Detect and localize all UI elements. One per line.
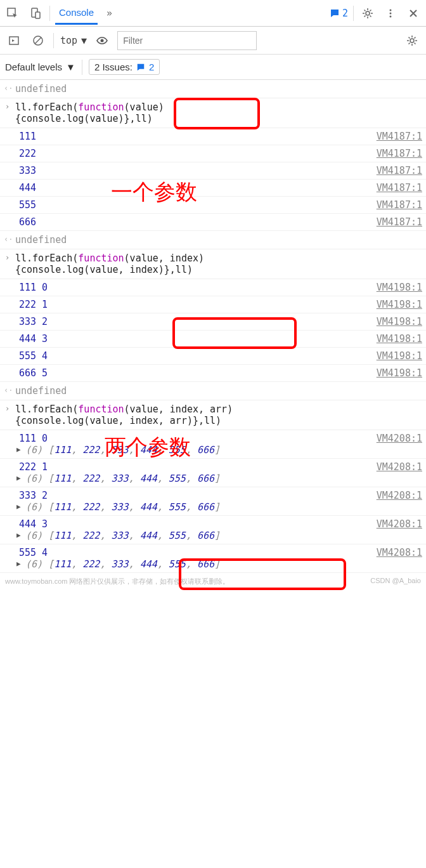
svg-line-9	[35, 37, 41, 44]
source-link[interactable]: VM4187:1	[377, 216, 422, 228]
console-log-row: 555 4VM4198:1	[0, 348, 426, 365]
console-toolbar: top ▼	[0, 27, 426, 55]
tab-console[interactable]: Console	[55, 2, 98, 25]
source-link[interactable]: VM4208:1	[377, 433, 422, 444]
context-selector[interactable]: top ▼	[60, 35, 87, 46]
log-value: 555	[19, 199, 36, 211]
log-value: 444	[19, 182, 36, 194]
settings-icon[interactable]	[359, 4, 377, 22]
log-value: 333 2	[19, 316, 48, 327]
svg-point-6	[390, 15, 392, 17]
issues-badge[interactable]: 2	[330, 8, 348, 19]
source-link[interactable]: VM4187:1	[377, 199, 422, 211]
console-log-row: 111 0VM4208:1 ▶(6) [111, 222, 333, 444, …	[0, 430, 426, 459]
source-link[interactable]: VM4198:1	[377, 350, 422, 362]
inspect-element-icon[interactable]	[4, 4, 22, 22]
source-link[interactable]: VM4198:1	[377, 316, 422, 327]
close-icon[interactable]	[404, 4, 422, 22]
kebab-menu-icon[interactable]	[382, 4, 399, 22]
expand-arrow-icon[interactable]: ▶	[16, 531, 21, 539]
console-output-row: ‹· undefined	[0, 382, 426, 400]
log-value: 222	[19, 148, 36, 159]
footer: www.toymoban.com 网络图片仅供展示，非存储，如有侵权请联系删除。…	[0, 573, 426, 590]
console-log-row: 222 1VM4198:1	[0, 296, 426, 313]
svg-rect-2	[36, 12, 40, 18]
console-body: ‹· undefined › ll.forEach(function(value…	[0, 80, 426, 573]
console-log-row: 555 4VM4208:1 ▶(6) [111, 222, 333, 444, …	[0, 544, 426, 573]
log-levels-selector[interactable]: Default levels ▼	[5, 62, 75, 72]
clear-console-icon[interactable]	[29, 32, 47, 49]
array-preview[interactable]: ▶(6) [111, 222, 333, 444, 555, 666]	[19, 558, 422, 570]
console-log-row: 111 0VM4198:1	[0, 279, 426, 296]
console-log-row: 444VM4187:1	[0, 180, 426, 197]
array-preview[interactable]: ▶(6) [111, 222, 333, 444, 555, 666]	[19, 530, 422, 541]
console-log-row: 666VM4187:1	[0, 214, 426, 231]
undefined-value: undefined	[15, 385, 67, 397]
console-output-row: ‹· undefined	[0, 231, 426, 249]
console-filter-bar: Default levels ▼ 2 Issues: 2	[0, 55, 426, 80]
source-link[interactable]: VM4208:1	[377, 547, 422, 558]
array-preview[interactable]: ▶(6) [111, 222, 333, 444, 555, 666]	[19, 501, 422, 513]
log-value: 555 4	[19, 350, 48, 362]
input-arrow-icon: ›	[5, 102, 10, 111]
expand-arrow-icon[interactable]: ▶	[16, 560, 21, 568]
source-link[interactable]: VM4198:1	[377, 282, 422, 293]
undefined-value: undefined	[15, 234, 67, 246]
expand-arrow-icon[interactable]: ▶	[16, 474, 21, 482]
undefined-value: undefined	[15, 83, 67, 95]
console-log-row: 222 1VM4208:1 ▶(6) [111, 222, 333, 444, …	[0, 459, 426, 487]
more-tabs-icon[interactable]: »	[106, 8, 112, 19]
levels-label: Default levels	[5, 62, 62, 72]
console-input-row[interactable]: › ll.forEach(function(value){console.log…	[0, 98, 426, 128]
log-value: 666	[19, 216, 36, 228]
source-link[interactable]: VM4187:1	[377, 165, 422, 176]
sidebar-toggle-icon[interactable]	[5, 32, 23, 49]
log-value: 444 3	[19, 518, 48, 530]
source-link[interactable]: VM4198:1	[377, 299, 422, 310]
svg-point-3	[366, 11, 370, 15]
console-log-row: 333VM4187:1	[0, 162, 426, 180]
console-log-row: 222VM4187:1	[0, 145, 426, 162]
context-label: top	[60, 35, 77, 46]
array-preview[interactable]: ▶(6) [111, 222, 333, 444, 555, 666]	[19, 444, 422, 456]
code-text: ll.forEach(function(value, index, arr){c…	[15, 404, 233, 426]
console-input-row[interactable]: › ll.forEach(function(value, index, arr)…	[0, 400, 426, 430]
devtools-toolbar: Console » 2	[0, 0, 426, 27]
source-link[interactable]: VM4187:1	[377, 131, 422, 142]
source-link[interactable]: VM4187:1	[377, 148, 422, 159]
issues-count: 2	[149, 62, 154, 72]
source-link[interactable]: VM4198:1	[377, 333, 422, 345]
source-link[interactable]: VM4208:1	[377, 518, 422, 530]
issues-button[interactable]: 2 Issues: 2	[89, 59, 160, 75]
log-value: 222 1	[19, 299, 48, 310]
svg-point-5	[390, 12, 392, 14]
settings-icon[interactable]	[403, 32, 421, 49]
source-link[interactable]: VM4187:1	[377, 182, 422, 194]
filter-input[interactable]	[117, 31, 257, 50]
svg-point-4	[390, 9, 392, 11]
console-input-row[interactable]: › ll.forEach(function(value, index){cons…	[0, 249, 426, 279]
divider	[53, 33, 54, 48]
source-link[interactable]: VM4208:1	[377, 490, 422, 501]
console-output-row: ‹· undefined	[0, 80, 426, 98]
log-value: 111	[19, 131, 36, 142]
code-text: ll.forEach(function(value, index){consol…	[15, 253, 204, 275]
log-value: 333 2	[19, 490, 48, 501]
eye-icon[interactable]	[93, 32, 111, 49]
output-arrow-icon: ‹·	[4, 386, 13, 395]
svg-point-11	[410, 39, 414, 43]
console-log-row: 111VM4187:1	[0, 128, 426, 145]
console-log-row: 444 3VM4208:1 ▶(6) [111, 222, 333, 444, …	[0, 516, 426, 544]
console-log-row: 555VM4187:1	[0, 197, 426, 214]
expand-arrow-icon[interactable]: ▶	[16, 503, 21, 511]
source-link[interactable]: VM4208:1	[377, 461, 422, 473]
source-link[interactable]: VM4198:1	[377, 367, 422, 379]
console-log-row: 333 2VM4198:1	[0, 313, 426, 331]
expand-arrow-icon[interactable]: ▶	[16, 445, 21, 454]
device-toggle-icon[interactable]	[27, 4, 44, 22]
log-value: 222 1	[19, 461, 48, 473]
array-preview[interactable]: ▶(6) [111, 222, 333, 444, 555, 666]	[19, 473, 422, 484]
output-arrow-icon: ‹·	[4, 84, 13, 93]
divider	[49, 6, 50, 21]
issues-label: 2 Issues:	[94, 62, 132, 72]
